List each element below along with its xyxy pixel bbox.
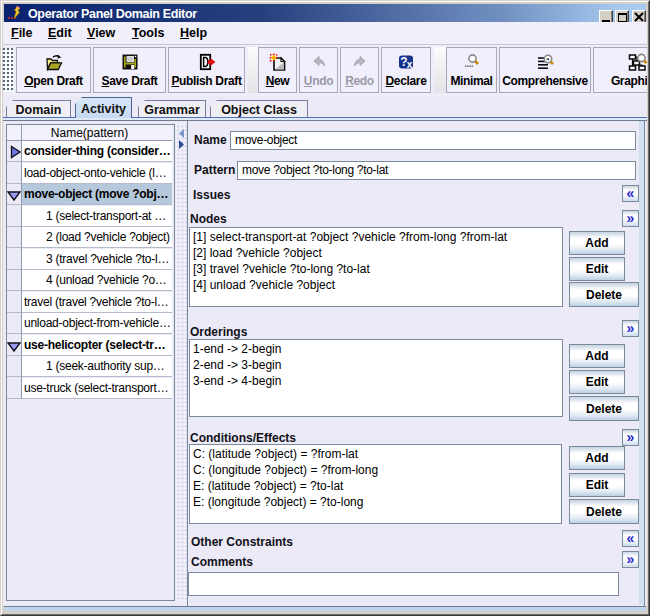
svg-text:x: x xyxy=(407,59,413,70)
